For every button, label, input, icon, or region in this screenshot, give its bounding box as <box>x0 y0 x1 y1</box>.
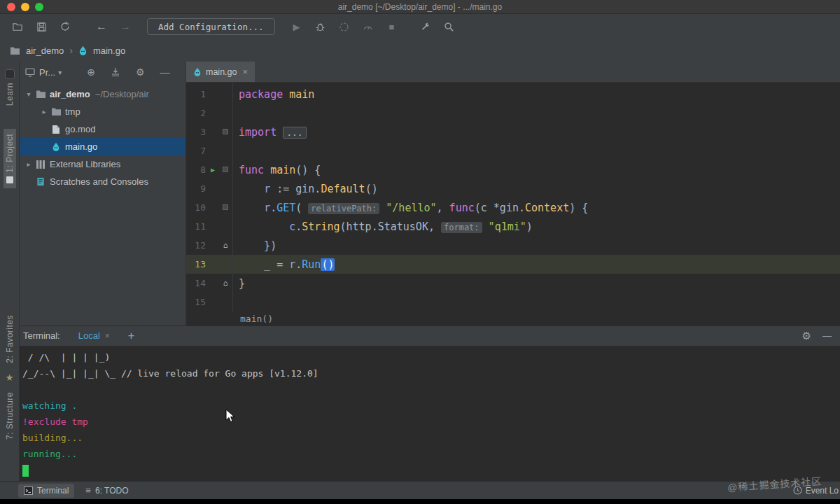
code-area[interactable]: 1package main23import ...78▶func main() … <box>186 83 840 312</box>
settings-wrench-button[interactable] <box>416 18 435 35</box>
coverage-button[interactable] <box>335 18 354 35</box>
code-line-7: 7 <box>186 141 840 160</box>
terminal-cursor <box>22 465 29 477</box>
code-text: r.GET( relativePath: "/hello", func(c *g… <box>239 202 588 214</box>
profiler-button[interactable] <box>359 18 377 35</box>
line-number: 3 <box>186 127 206 137</box>
editor-tabbar: main.go × <box>186 62 840 83</box>
back-button[interactable]: ← <box>92 18 111 35</box>
tree-item-root[interactable]: ▾air_demo~/Desktop/air <box>20 85 186 103</box>
terminal-settings-icon[interactable]: ⚙ <box>802 330 811 342</box>
code-line-10: 10 r.GET( relativePath: "/hello", func(c… <box>186 198 840 217</box>
fold-end-icon[interactable]: ⌂ <box>220 279 231 288</box>
ide-window: air_demo [~/Desktop/air_demo] - .../main… <box>0 0 840 499</box>
line-number: 12 <box>186 240 206 251</box>
terminal-tab-local[interactable]: Local × <box>78 330 110 341</box>
search-everywhere-button[interactable] <box>440 18 458 35</box>
chevron-right-icon[interactable]: ▸ <box>24 160 34 168</box>
tree-item-tmp[interactable]: ▸tmp <box>20 103 186 120</box>
editor-scope-breadcrumb[interactable]: main() <box>186 312 840 326</box>
tree-item-scratches[interactable]: Scratches and Consoles <box>20 173 186 190</box>
statusbar-todo-button[interactable]: ≡ 6: TODO <box>85 485 128 496</box>
stripe-learn-button[interactable]: Learn <box>4 64 16 111</box>
statusbar-terminal-button[interactable]: Terminal <box>18 484 74 498</box>
chevron-right-icon[interactable]: ▸ <box>39 108 49 115</box>
mouse-cursor <box>225 409 238 426</box>
code-line-8: 8▶func main() { <box>186 160 840 179</box>
code-text: c.String(http.StatusOK, format: "q1mi") <box>239 220 533 233</box>
fold-end-icon[interactable]: ⌂ <box>220 241 231 250</box>
minimize-window-button[interactable] <box>21 3 29 11</box>
editor[interactable]: main.go × 1package main23import ...78▶fu… <box>186 62 840 326</box>
project-tool-icon <box>6 176 13 183</box>
dropdown-arrow-icon: ▾ <box>58 69 62 76</box>
titlebar: air_demo [~/Desktop/air_demo] - .../main… <box>0 0 840 14</box>
editor-tab-main-go[interactable]: main.go × <box>186 62 255 82</box>
collapse-all-button[interactable] <box>111 67 120 77</box>
folder-icon <box>49 107 63 116</box>
breadcrumb-project[interactable]: air_demo <box>26 46 64 56</box>
open-folder-button[interactable] <box>8 18 27 35</box>
tree-item-main-go[interactable]: main.go <box>20 138 186 155</box>
tree-item-label: air_demo <box>50 89 90 99</box>
project-view-selector[interactable]: Pr... ▾ <box>39 67 62 78</box>
stripe-project-button[interactable]: 1: Project <box>4 129 16 188</box>
project-panel-header: Pr... ▾ ⊕ ⚙ — <box>20 62 186 83</box>
tree-item-external-libraries[interactable]: ▸External Libraries <box>20 155 186 173</box>
code-line-2: 2 <box>186 104 840 122</box>
terminal-icon <box>24 486 33 495</box>
tree-item-label: go.mod <box>65 124 95 134</box>
forward-button[interactable]: → <box>116 18 134 35</box>
sync-button[interactable] <box>56 18 74 35</box>
terminal-line <box>22 382 840 398</box>
code-line-1: 1package main <box>186 85 840 104</box>
code-text: import ... <box>239 126 307 139</box>
save-button[interactable] <box>32 18 50 35</box>
gofile-icon <box>49 142 63 152</box>
code-line-14: 14⌂} <box>186 274 840 293</box>
code-text: }) <box>239 239 276 252</box>
line-number: 1 <box>186 89 206 99</box>
tree-item-label: main.go <box>65 141 97 152</box>
code-text: func main() { <box>239 164 321 176</box>
folder-icon <box>10 46 20 55</box>
close-window-button[interactable] <box>7 3 15 11</box>
code-text: package main <box>239 88 314 101</box>
run-button[interactable]: ▶ <box>288 18 306 35</box>
code-line-9: 9 r := gin.Default() <box>186 179 840 198</box>
statusbar: Terminal ≡ 6: TODO Event Lo <box>0 481 840 499</box>
code-line-15: 15 <box>186 293 840 312</box>
run-gutter-icon[interactable]: ▶ <box>206 166 220 174</box>
terminal-line: building... <box>22 430 840 446</box>
chevron-down-icon[interactable]: ▾ <box>24 90 34 98</box>
code-line-12: 12⌂ }) <box>186 236 840 255</box>
code-line-13: 13 _ = r.Run() <box>186 255 840 274</box>
hide-panel-button[interactable]: — <box>160 66 169 78</box>
zoom-window-button[interactable] <box>35 3 43 11</box>
fold-marker-icon[interactable] <box>220 127 231 136</box>
tree-item-label: tmp <box>65 106 80 117</box>
locate-file-button[interactable]: ⊕ <box>87 66 95 78</box>
stop-button[interactable]: ■ <box>383 18 401 35</box>
stripe-favorites-button[interactable]: 2: Favorites <box>4 310 16 368</box>
hide-terminal-icon[interactable]: — <box>822 330 832 341</box>
run-config-selector[interactable]: Add Configuration... <box>147 18 275 35</box>
terminal-output[interactable]: / /\ | | | |_)/_/--\ |_| |_| \_ // live … <box>20 346 840 481</box>
page-icon <box>49 125 63 134</box>
fold-marker-icon[interactable] <box>220 203 231 212</box>
terminal-cursor-line <box>22 462 840 478</box>
breadcrumb-file[interactable]: main.go <box>93 46 125 56</box>
new-terminal-session-button[interactable]: + <box>128 330 134 342</box>
fold-marker-icon[interactable] <box>220 165 231 174</box>
close-tab-icon[interactable]: × <box>242 66 248 77</box>
project-panel: Pr... ▾ ⊕ ⚙ — ▾air_demo~/Desktop/air▸tmp… <box>20 62 186 326</box>
terminal-line: /_/--\ |_| |_| \_ // live reload for Go … <box>22 365 840 382</box>
terminal-header: Terminal: Local × + ⚙ — <box>20 326 840 346</box>
tree-item-go-mod[interactable]: go.mod <box>20 120 186 138</box>
close-terminal-tab-icon[interactable]: × <box>105 331 110 341</box>
terminal-line: / /\ | | | |_) <box>22 349 840 365</box>
debug-button[interactable] <box>312 18 330 35</box>
code-line-3: 3import ... <box>186 122 840 141</box>
panel-settings-button[interactable]: ⚙ <box>136 66 145 78</box>
stripe-structure-button[interactable]: 7: Structure <box>4 387 16 444</box>
